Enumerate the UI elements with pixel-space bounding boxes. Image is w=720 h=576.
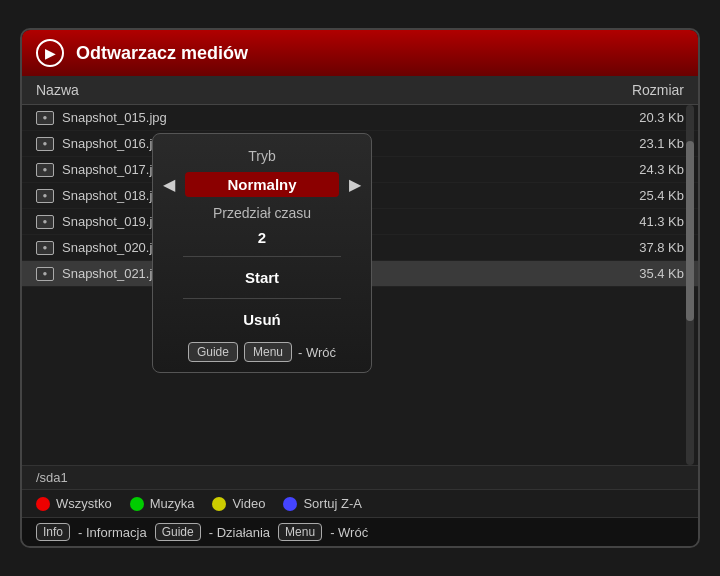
- interval-value: 2: [258, 229, 266, 246]
- modal-guide-btn[interactable]: Guide: [188, 342, 238, 362]
- mode-right-arrow[interactable]: ▶: [349, 175, 361, 194]
- app-header: ▶ Odtwarzacz mediów: [22, 30, 698, 76]
- column-headers: Nazwa Rozmiar: [22, 76, 698, 105]
- mode-left-arrow[interactable]: ◀: [163, 175, 175, 194]
- start-action[interactable]: Start: [245, 269, 279, 286]
- col-size: Rozmiar: [632, 82, 684, 98]
- blue-dot: [283, 497, 297, 511]
- delete-action[interactable]: Usuń: [243, 311, 281, 328]
- dot-nav-item[interactable]: Muzyka: [130, 496, 195, 511]
- modal-divider1: [183, 256, 341, 257]
- menu-btn[interactable]: Menu: [278, 523, 322, 541]
- dot-nav-item[interactable]: Sortuj Z-A: [283, 496, 362, 511]
- modal-back-label: - Wróć: [298, 345, 336, 360]
- modal-overlay: Tryb ◀ Normalny ▶ Przedział czasu 2 Star…: [22, 105, 698, 465]
- modal-footer: Guide Menu - Wróć: [188, 342, 336, 362]
- interval-label: Przedział czasu: [213, 205, 311, 221]
- menu-desc: - Wróć: [330, 525, 368, 540]
- dot-nav-item[interactable]: Wszystko: [36, 496, 112, 511]
- mode-selector: ◀ Normalny ▶: [163, 172, 361, 197]
- red-dot: [36, 497, 50, 511]
- dot-nav-item[interactable]: Video: [212, 496, 265, 511]
- guide-btn[interactable]: Guide: [155, 523, 201, 541]
- green-dot: [130, 497, 144, 511]
- mode-value: Normalny: [185, 172, 339, 197]
- modal-menu-btn[interactable]: Menu: [244, 342, 292, 362]
- guide-desc: - Działania: [209, 525, 270, 540]
- yellow-dot: [212, 497, 226, 511]
- dot-nav: WszystkoMuzykaVideoSortuj Z-A: [22, 489, 698, 517]
- path-text: /sda1: [36, 470, 68, 485]
- dot-label: Muzyka: [150, 496, 195, 511]
- info-bar: Info - Informacja Guide - Działania Menu…: [22, 517, 698, 546]
- dot-label: Sortuj Z-A: [303, 496, 362, 511]
- col-name: Nazwa: [36, 82, 79, 98]
- path-bar: /sda1: [22, 465, 698, 489]
- info-desc: - Informacja: [78, 525, 147, 540]
- play-icon: ▶: [36, 39, 64, 67]
- dot-label: Wszystko: [56, 496, 112, 511]
- mode-label: Tryb: [248, 148, 275, 164]
- modal-divider2: [183, 298, 341, 299]
- dot-label: Video: [232, 496, 265, 511]
- app-title: Odtwarzacz mediów: [76, 43, 248, 64]
- context-modal: Tryb ◀ Normalny ▶ Przedział czasu 2 Star…: [152, 133, 372, 373]
- info-btn[interactable]: Info: [36, 523, 70, 541]
